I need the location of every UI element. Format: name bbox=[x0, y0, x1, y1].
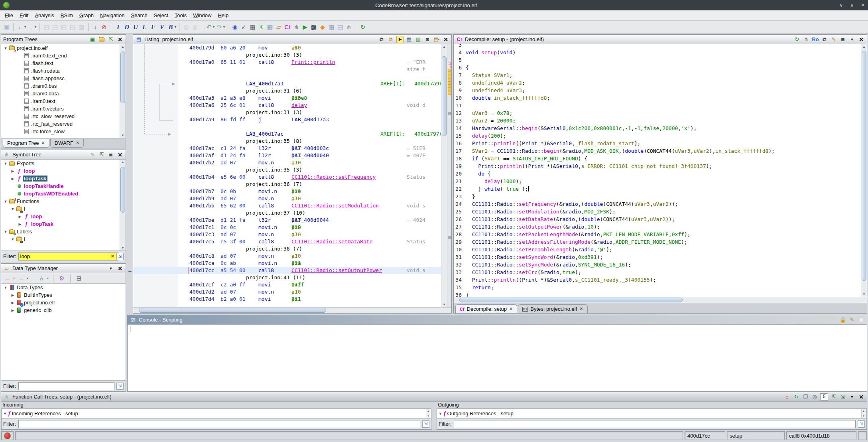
listing-row-400d17cc[interactable]: 400d17cca5 54 00call8CC1101::Radio::setO… bbox=[133, 267, 441, 274]
decompile-line-20[interactable]: 20 do { bbox=[454, 170, 861, 178]
listing-row-400d17ca[interactable]: 400d17ca0c abmovi.na11,0xa bbox=[133, 260, 441, 267]
dtm-gear-icon[interactable]: ⚙ bbox=[58, 274, 66, 283]
symbol-tree-labels[interactable]: ▼Labels bbox=[1, 228, 120, 235]
program-tree--rtc-force-slow[interactable]: .rtc.force_slow bbox=[1, 128, 120, 135]
decompile-line-28[interactable]: 28 CC1101::Radio::setPacketLengthMode(&r… bbox=[454, 231, 861, 238]
decompile-line-32[interactable]: 32 CC1101::Radio::setSyncMode(&radio,SYN… bbox=[454, 261, 861, 268]
console-output[interactable] bbox=[128, 325, 867, 391]
listing-row[interactable]: project.ino:41 (11) bbox=[133, 274, 441, 281]
close-panel-icon[interactable]: ✕ bbox=[858, 36, 865, 43]
listing-row[interactable] bbox=[133, 73, 441, 80]
symbol-tree-looptask[interactable]: ▶floopTask bbox=[1, 220, 120, 228]
dropdown-caret-icon[interactable]: ▾ bbox=[175, 25, 176, 29]
data-type-f-icon[interactable]: F bbox=[149, 23, 157, 32]
outgoing-scroll[interactable]: ▲▼ bbox=[861, 409, 866, 418]
listing-row-400d17b4[interactable]: 400d17b4e5 6e 00call8CC1101::Radio::setF… bbox=[133, 174, 441, 181]
program-tree--iram0-text-end[interactable]: .iram0.text_end bbox=[1, 52, 120, 59]
menu-help[interactable]: Help bbox=[215, 11, 232, 20]
listing-row[interactable]: project.ino:37 (10) bbox=[133, 209, 441, 217]
filter-options-icon[interactable]: ⇲ bbox=[422, 420, 429, 428]
data-type-generic-clib[interactable]: ▶generic_clib bbox=[1, 306, 126, 314]
listing-row[interactable]: size_t bbox=[133, 66, 441, 73]
decompile-line-13[interactable]: 13 uVar2 = 20000; bbox=[454, 117, 861, 124]
menu-chevron-icon[interactable]: ▼ bbox=[107, 265, 114, 272]
decompile-line-15[interactable]: 15 delay(200); bbox=[454, 132, 861, 140]
listing-row-400d17b7[interactable]: 400d17b70c 0bmovi.na11,0x0 bbox=[133, 188, 441, 195]
collapse-icon[interactable]: ▼ bbox=[10, 207, 16, 211]
validate-icon[interactable]: ✓ bbox=[240, 23, 248, 32]
disassemble-icon[interactable]: ↓ bbox=[91, 23, 99, 32]
dropdown-caret-icon[interactable]: ▾ bbox=[213, 25, 215, 29]
dtm-back-icon[interactable]: ← bbox=[4, 274, 12, 283]
menu-edit[interactable]: Edit bbox=[16, 11, 31, 20]
tab-close-icon[interactable]: ✕ bbox=[41, 140, 45, 146]
script-manager-icon[interactable]: ✳ bbox=[257, 23, 265, 32]
menu-chevron-icon[interactable]: ▼ bbox=[848, 393, 856, 401]
decompile-line-36[interactable]: 36} bbox=[454, 291, 861, 297]
defined-strings-icon[interactable]: ▤ bbox=[336, 23, 344, 32]
expand-icon[interactable]: ▶ bbox=[10, 308, 16, 312]
data-type-v-icon[interactable]: V bbox=[158, 23, 166, 32]
collapse-icon[interactable]: ▼ bbox=[3, 286, 8, 290]
listing-row[interactable]: project.ino:38 (7) bbox=[133, 245, 441, 253]
dropdown-caret-icon[interactable]: ▾ bbox=[24, 25, 26, 29]
snapshot-camera-icon[interactable]: ◙ bbox=[107, 151, 114, 158]
listing-row-400d17c5[interactable]: 400d17c5e5 3f 00call8CC1101::Radio::setD… bbox=[133, 238, 441, 245]
data-type-manager-icon[interactable]: ▱ bbox=[275, 23, 283, 32]
listing-row-400d17af[interactable]: 400d17afd1 24 fal32ra13,DAT_400d0040= 40… bbox=[133, 152, 441, 159]
program-tree--rtc-slow-reserved[interactable]: .rtc_slow_reserved bbox=[1, 112, 120, 120]
listing-row-400d17cf[interactable]: 400d17cfc2 a0 ffmovia12,0xff bbox=[133, 281, 441, 288]
program-tree--flash-rodata[interactable]: .flash.rodata bbox=[1, 67, 120, 75]
decompile-line-33[interactable]: 33 CC1101::Radio::setCrc(&radio,true); bbox=[454, 268, 861, 276]
close-button[interactable]: ✕ bbox=[861, 2, 865, 8]
open-folder-icon[interactable] bbox=[98, 36, 105, 43]
listing-vscrollbar[interactable]: ▲▼ bbox=[441, 44, 447, 307]
expand-incoming-icon[interactable]: ⇱ bbox=[830, 393, 837, 401]
close-panel-icon[interactable]: ✕ bbox=[442, 36, 449, 43]
clear-filter-icon[interactable]: ✕ bbox=[111, 254, 114, 259]
decompile-line-18[interactable]: 18 if (SVar1 == STATUS_CHIP_NOT_FOUND) { bbox=[454, 155, 861, 162]
listing-row[interactable]: project.ino:36 (7) bbox=[133, 181, 441, 188]
incoming-filter-input[interactable] bbox=[18, 420, 421, 428]
program-tree--rtc-fast-reserved[interactable]: .rtc_fast_reserved bbox=[1, 120, 120, 128]
outgoing-tree[interactable]: ▼ f Outgoing References - setup ▲▼ bbox=[437, 408, 867, 418]
data-type-l-icon[interactable]: L bbox=[140, 23, 148, 32]
decompile-line-10[interactable]: 10 double in_stack_ffffffd8; bbox=[454, 94, 861, 102]
depth-value[interactable]: 5 bbox=[820, 393, 828, 401]
decompiler-icon[interactable]: Cf bbox=[283, 23, 291, 32]
bytes-view-icon[interactable]: ▦ bbox=[248, 23, 256, 32]
edit-struct-icon[interactable]: ◎ bbox=[191, 23, 199, 32]
program-tree--dram0-data[interactable]: .dram0.data bbox=[1, 90, 120, 97]
close-panel-icon[interactable]: ✕ bbox=[858, 316, 865, 324]
listing-row-400d17b2[interactable]: 400d17b2ad 07mov.na10,a7 bbox=[133, 159, 441, 166]
data-type-builtintypes[interactable]: ▶BuiltInTypes bbox=[1, 291, 126, 299]
clear-code-icon[interactable]: ⊘ bbox=[100, 23, 108, 32]
program-tree--iram0-text[interactable]: .iram0.text bbox=[1, 97, 120, 105]
decompile-line-7[interactable]: 7 Status SVar1; bbox=[454, 71, 861, 79]
expand-outgoing-icon[interactable]: ⇲ bbox=[839, 393, 846, 401]
edit-icon[interactable]: ✎ bbox=[89, 151, 96, 158]
symbol-tree-loop[interactable]: ▶floop bbox=[1, 167, 120, 175]
save-icon[interactable]: ▣ bbox=[2, 23, 10, 32]
readonly-icon[interactable]: Ro bbox=[812, 36, 819, 43]
listing-row-400d17c1[interactable]: 400d17c10c 0cmovi.na12,0x0 bbox=[133, 224, 441, 231]
field-format-icon[interactable]: ▦ bbox=[405, 36, 413, 43]
program-tree-scrollbar[interactable]: ▲▼ bbox=[120, 44, 126, 138]
symbol-tree-scrollbar[interactable]: ▲▼ bbox=[120, 160, 126, 251]
menu-tools[interactable]: Tools bbox=[171, 11, 190, 20]
decompile-line-14[interactable]: 14 HardwareSerial::begin(&Serial0,0x1c20… bbox=[454, 124, 861, 132]
call-tree-icon[interactable]: ⋔ bbox=[345, 23, 353, 32]
listing-label-row[interactable]: LAB_400d17a3XREF[1]:400d17a9( bbox=[133, 80, 441, 87]
redo-icon[interactable]: ↷ bbox=[215, 23, 223, 32]
data-type-u-icon[interactable]: U bbox=[132, 23, 140, 32]
listing-label-row[interactable]: LAB_400d17acXREF[1]:400d1797( bbox=[133, 130, 441, 138]
dtm-forward-icon[interactable]: → bbox=[17, 274, 25, 283]
defined-data-icon[interactable]: ▦ bbox=[327, 23, 335, 32]
decompile-vscrollbar[interactable]: ▲▼ bbox=[861, 44, 867, 297]
decompile-line-5[interactable]: 5 bbox=[454, 56, 861, 64]
decompile-line-26[interactable]: 26 CC1101::Radio::setDataRate(&radio,(do… bbox=[454, 215, 861, 223]
close-panel-icon[interactable]: ✕ bbox=[858, 393, 865, 401]
listing-overview-margin[interactable] bbox=[447, 44, 451, 307]
snapshot-camera-icon[interactable]: ◙ bbox=[424, 36, 431, 43]
tab-close-icon[interactable]: ✕ bbox=[509, 306, 513, 312]
